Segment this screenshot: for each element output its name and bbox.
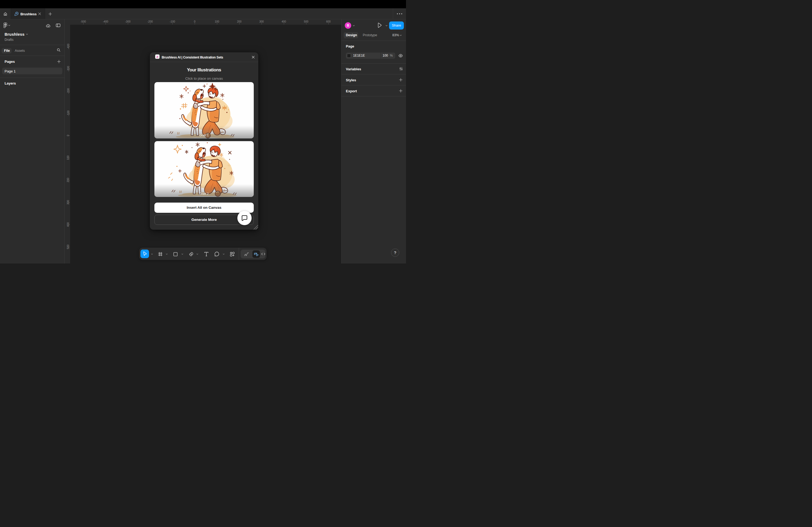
svg-text:B: B	[156, 55, 158, 59]
